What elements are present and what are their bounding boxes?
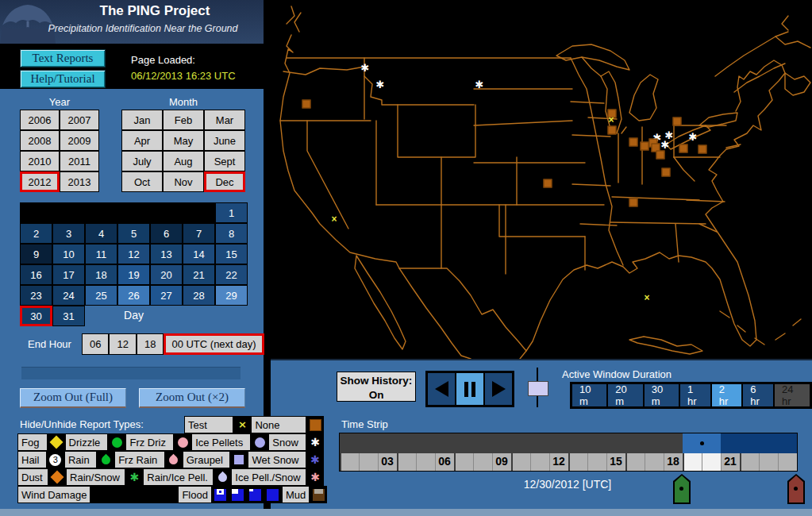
day-cell[interactable]: 29 [215, 285, 248, 306]
map-marker-none[interactable] [673, 117, 682, 126]
legend-icon-cell[interactable] [174, 433, 191, 451]
legend-icon-cell[interactable]: ✱ [306, 451, 324, 468]
month-cell[interactable]: Feb [163, 110, 204, 130]
awd-option[interactable]: 6 hr [742, 383, 774, 407]
hour-cell[interactable] [397, 453, 416, 471]
hour-cell[interactable] [359, 453, 378, 471]
map-marker-test[interactable]: × [644, 292, 649, 303]
day-cell[interactable]: 22 [215, 264, 248, 285]
month-cell[interactable]: Aug [163, 151, 204, 171]
map-marker-none[interactable] [544, 179, 552, 188]
hour-cell[interactable] [759, 453, 778, 471]
legend-label[interactable]: Wind Damage [17, 486, 90, 503]
month-cell[interactable]: Apr [121, 130, 163, 151]
month-cell[interactable]: Nov [163, 171, 204, 192]
awd-option[interactable]: 1 hr [679, 383, 711, 407]
step-back-button[interactable] [427, 372, 456, 406]
step-forward-button[interactable] [484, 372, 513, 406]
month-cell[interactable]: Oct [121, 171, 163, 192]
day-cell[interactable]: 14 [183, 244, 215, 264]
day-cell[interactable]: 11 [85, 244, 117, 264]
map-marker-snow[interactable]: ✱ [376, 79, 385, 90]
map-marker-snow[interactable]: ✱ [661, 139, 670, 151]
map-marker-none[interactable] [608, 126, 617, 135]
hour-cell[interactable] [378, 453, 397, 471]
pause-button[interactable] [456, 372, 484, 406]
day-cell[interactable]: 17 [52, 264, 85, 285]
hour-cell[interactable] [511, 453, 530, 471]
legend-label[interactable]: Hail [17, 451, 47, 468]
hour-cell[interactable] [664, 453, 683, 471]
legend-icon-cell[interactable] [160, 486, 178, 503]
day-cell[interactable]: 18 [85, 264, 117, 285]
hour-cell[interactable] [549, 453, 568, 471]
end-hour-cell[interactable]: 00 UTC (next day) [164, 333, 264, 355]
window-end-pointer[interactable] [787, 474, 805, 504]
legend-label[interactable]: Rain/Snow [66, 468, 125, 486]
year-cell[interactable]: 2013 [60, 171, 99, 192]
day-cell[interactable]: 8 [215, 223, 248, 244]
day-cell[interactable]: 20 [150, 264, 183, 285]
hour-cell[interactable] [702, 453, 721, 471]
hour-cell[interactable] [740, 453, 759, 471]
day-cell[interactable]: 9 [20, 244, 52, 264]
hour-cell[interactable] [721, 453, 740, 471]
help-tutorial-button[interactable]: Help/Tutorial [20, 70, 106, 88]
legend-icon-cell[interactable] [90, 486, 108, 503]
month-cell[interactable]: Dec [204, 171, 245, 192]
legend-label[interactable]: Wet Snow [248, 451, 306, 468]
map-marker-none[interactable] [629, 138, 638, 147]
legend-label[interactable]: Drizzle [65, 433, 109, 451]
map-marker-snow[interactable]: ✱ [475, 79, 484, 90]
legend-icon-cell[interactable]: × [233, 416, 251, 433]
day-cell[interactable]: 25 [85, 285, 117, 306]
day-cell[interactable]: 12 [117, 244, 150, 264]
legend-icon-cell[interactable] [251, 433, 268, 451]
year-cell[interactable]: 2009 [60, 130, 99, 151]
map-marker-none[interactable] [662, 168, 671, 177]
window-start-pointer[interactable] [673, 474, 691, 504]
legend-label[interactable]: Dust [17, 468, 48, 486]
day-cell[interactable]: 28 [183, 285, 215, 306]
map-marker-test[interactable]: × [608, 114, 614, 125]
year-cell[interactable]: 2006 [20, 110, 60, 130]
hour-cell[interactable] [587, 453, 606, 471]
legend-icon-cell[interactable] [108, 433, 125, 451]
hour-cell[interactable] [606, 453, 625, 471]
legend-icon-cell[interactable] [108, 486, 125, 503]
legend-icon-cell[interactable] [125, 486, 143, 503]
legend-label[interactable]: Ice Pell./Snow [231, 468, 306, 486]
legend-icon-cell[interactable]: ✱ [125, 468, 143, 486]
day-cell[interactable]: 24 [52, 285, 85, 306]
map-marker-snow[interactable]: ✱ [689, 131, 698, 143]
us-map[interactable]: ✱✱✱✱✱✱✱××× [271, 0, 812, 360]
month-cell[interactable]: June [204, 130, 245, 151]
hour-cell[interactable] [683, 453, 702, 471]
month-cell[interactable]: Sept [204, 151, 245, 171]
awd-option[interactable]: 30 m [644, 383, 679, 407]
map-marker-none[interactable] [656, 151, 665, 160]
day-cell[interactable]: 2 [20, 223, 52, 244]
hour-cell[interactable] [530, 453, 549, 471]
year-cell[interactable]: 2007 [60, 110, 99, 130]
map-marker-snow[interactable]: ✱ [361, 62, 370, 74]
end-hour-cell[interactable]: 18 [137, 333, 164, 355]
day-cell[interactable]: 1 [215, 202, 248, 223]
map-marker-test[interactable]: × [331, 214, 337, 225]
hour-cell[interactable] [473, 453, 492, 471]
year-cell[interactable]: 2012 [20, 171, 60, 192]
map-marker-none[interactable] [698, 145, 707, 154]
legend-icon-cell[interactable] [165, 451, 183, 468]
map-marker-none[interactable] [641, 142, 649, 151]
day-cell[interactable]: 10 [52, 244, 85, 264]
day-cell[interactable]: 6 [150, 223, 183, 244]
day-cell[interactable]: 26 [117, 285, 150, 306]
year-cell[interactable]: 2008 [20, 130, 60, 151]
hour-cell[interactable] [778, 453, 797, 471]
legend-icon-cell[interactable] [214, 468, 231, 486]
slider-handle[interactable] [528, 381, 548, 396]
legend-icon-cell[interactable] [212, 486, 229, 503]
legend-icon-cell[interactable]: ✱ [306, 468, 324, 486]
legend-icon-cell[interactable]: 3 [47, 451, 64, 468]
show-history-toggle[interactable]: Show History: On [337, 372, 416, 402]
